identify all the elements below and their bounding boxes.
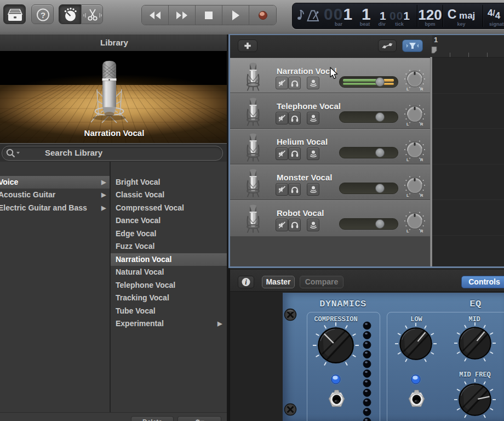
svg-text:R: R bbox=[420, 229, 423, 234]
svg-text:L: L bbox=[406, 157, 409, 162]
svg-text:L: L bbox=[406, 193, 409, 198]
svg-text:R: R bbox=[420, 122, 423, 127]
svg-text:L: L bbox=[406, 87, 409, 92]
svg-text:R: R bbox=[420, 157, 423, 162]
svg-text:L: L bbox=[406, 122, 409, 127]
svg-text:R: R bbox=[420, 87, 423, 92]
svg-text:?: ? bbox=[41, 10, 45, 20]
svg-text:R: R bbox=[420, 193, 423, 198]
svg-text:L: L bbox=[406, 229, 409, 234]
